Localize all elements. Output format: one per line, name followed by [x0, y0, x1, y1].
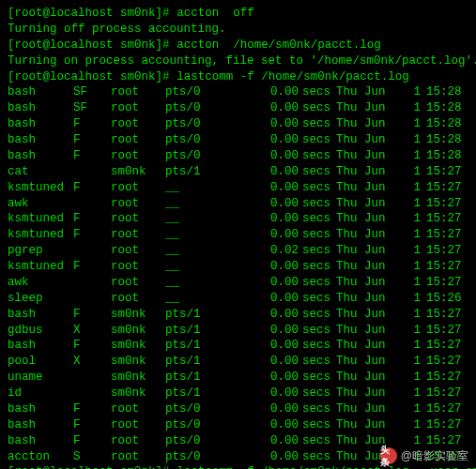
- col-tty: pts/1: [165, 323, 233, 339]
- col-date: Thu Jun: [336, 401, 402, 417]
- col-process: bash: [8, 433, 73, 449]
- col-user: root: [111, 116, 165, 132]
- col-process: uname: [8, 370, 73, 386]
- col-unit: secs: [299, 291, 336, 307]
- col-unit: secs: [299, 243, 336, 259]
- col-secs: 0.00: [233, 148, 299, 164]
- col-process: bash: [8, 132, 73, 148]
- col-unit: secs: [299, 275, 336, 291]
- col-unit: secs: [299, 259, 336, 275]
- col-day: 1: [402, 84, 421, 100]
- col-day: 1: [402, 100, 421, 116]
- col-flag: [73, 243, 111, 259]
- col-process: sleep: [8, 291, 73, 307]
- col-date: Thu Jun: [336, 354, 402, 370]
- col-day: 1: [402, 323, 421, 339]
- col-flag: [73, 370, 111, 386]
- col-time: 15:27: [421, 307, 466, 323]
- col-date: Thu Jun: [336, 148, 402, 164]
- col-unit: secs: [299, 211, 336, 227]
- col-time: 15:27: [421, 417, 466, 433]
- lastcomm-row: bashFrootpts/00.00secsThu Jun115:27: [8, 433, 468, 449]
- col-flag: F: [73, 338, 111, 354]
- col-time: 15:27: [421, 275, 466, 291]
- col-date: Thu Jun: [336, 132, 402, 148]
- col-process: bash: [8, 84, 73, 100]
- col-date: Thu Jun: [336, 100, 402, 116]
- col-user: root: [111, 259, 165, 275]
- col-flag: SF: [73, 84, 111, 100]
- col-tty: pts/0: [165, 449, 233, 465]
- prompt-user: root@localhost: [15, 38, 114, 52]
- col-user: root: [111, 433, 165, 449]
- col-user: sm0nk: [111, 323, 165, 339]
- prompt-close: ]: [156, 38, 163, 52]
- lastcomm-row: idsm0nkpts/10.00secsThu Jun115:27: [8, 386, 468, 401]
- col-user: sm0nk: [111, 164, 165, 180]
- col-date: Thu Jun: [336, 323, 402, 339]
- col-process: ksmtuned: [8, 227, 73, 243]
- lastcomm-row: awkroot__0.00secsThu Jun115:27: [8, 275, 468, 291]
- lastcomm-row: catsm0nkpts/10.00secsThu Jun115:27: [8, 164, 468, 180]
- col-date: Thu Jun: [336, 196, 402, 212]
- col-time: 15:28: [421, 132, 466, 148]
- col-flag: F: [73, 132, 111, 148]
- col-secs: 0.00: [233, 164, 299, 180]
- watermark: 头条 @暗影实验室: [380, 447, 468, 464]
- col-tty: __: [165, 180, 233, 196]
- col-secs: 0.00: [233, 433, 299, 449]
- col-process: awk: [8, 196, 73, 212]
- col-secs: 0.00: [233, 100, 299, 116]
- col-time: 15:27: [421, 338, 466, 354]
- col-process: cat: [8, 164, 73, 180]
- col-process: bash: [8, 338, 73, 354]
- col-flag: X: [73, 354, 111, 370]
- prompt-dir: sm0nk: [120, 38, 156, 52]
- col-user: root: [111, 211, 165, 227]
- col-time: 15:27: [421, 433, 466, 449]
- col-date: Thu Jun: [336, 386, 402, 401]
- col-flag: F: [73, 417, 111, 433]
- col-tty: pts/0: [165, 84, 233, 100]
- col-user: root: [111, 148, 165, 164]
- col-user: root: [111, 243, 165, 259]
- col-flag: [73, 164, 111, 180]
- command-text[interactable]: lastcomm -f /home/sm0nk/pacct.log: [177, 70, 409, 83]
- command-text[interactable]: accton off: [177, 7, 254, 20]
- col-unit: secs: [299, 164, 336, 180]
- col-unit: secs: [299, 417, 336, 433]
- col-tty: pts/1: [165, 307, 233, 323]
- prompt-user: root@localhost: [15, 70, 114, 83]
- col-flag: SF: [73, 100, 111, 116]
- command-text[interactable]: lastcomm -f /home/sm0nk/pacct.log --user…: [177, 465, 476, 469]
- col-secs: 0.00: [233, 132, 299, 148]
- col-flag: [73, 275, 111, 291]
- col-time: 15:28: [421, 100, 466, 116]
- col-unit: secs: [299, 386, 336, 401]
- col-day: 1: [402, 401, 421, 417]
- prompt-open: [: [8, 465, 15, 469]
- col-date: Thu Jun: [336, 211, 402, 227]
- prompt-hash: #: [162, 38, 170, 52]
- col-tty: pts/1: [165, 164, 233, 180]
- col-time: 15:27: [421, 386, 466, 401]
- terminal-output: [root@localhost sm0nk]# accton offTurnin…: [8, 6, 468, 469]
- col-day: 1: [402, 132, 421, 148]
- col-secs: 0.00: [233, 180, 299, 196]
- col-unit: secs: [299, 180, 336, 196]
- col-tty: pts/0: [165, 401, 233, 417]
- col-process: bash: [8, 148, 73, 164]
- lastcomm-row: bashSFrootpts/00.00secsThu Jun115:28: [8, 84, 468, 100]
- command-text[interactable]: accton /home/sm0nk/pacct.log: [177, 38, 381, 52]
- col-secs: 0.00: [233, 84, 299, 100]
- col-user: sm0nk: [111, 338, 165, 354]
- lastcomm-row: sleeproot__0.00secsThu Jun115:26: [8, 291, 468, 307]
- col-day: 1: [402, 275, 421, 291]
- col-secs: 0.00: [233, 116, 299, 132]
- col-unit: secs: [299, 116, 336, 132]
- col-process: pool: [8, 354, 73, 370]
- col-time: 15:27: [421, 370, 466, 386]
- col-secs: 0.00: [233, 275, 299, 291]
- col-tty: pts/1: [165, 370, 233, 386]
- cmd-line-2: [root@localhost sm0nk]# accton /home/sm0…: [8, 38, 468, 53]
